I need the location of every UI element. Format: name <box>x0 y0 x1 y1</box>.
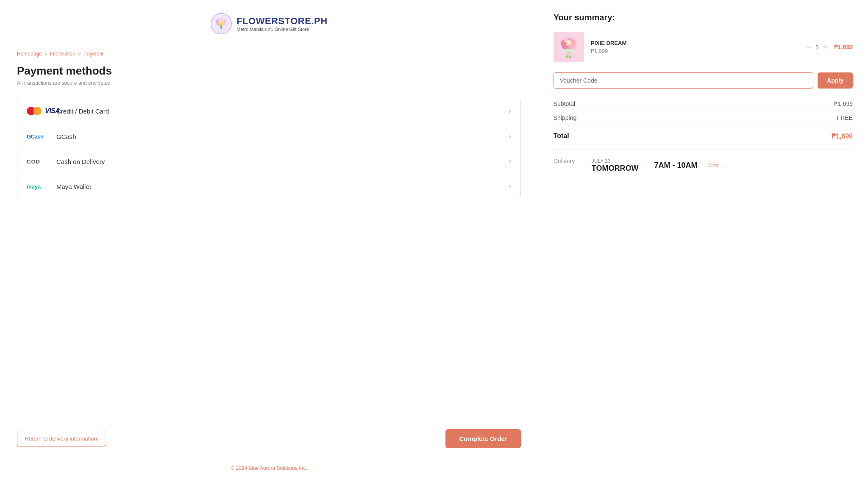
right-panel: Your summary: PIXIE DRE <box>538 0 868 488</box>
logo-area: FLOWERSTORE.PH Metro Manila's #1 Online … <box>17 8 521 39</box>
cod-icon: COD <box>27 158 49 165</box>
product-qty-controls: − 1 + <box>807 43 827 51</box>
credit-debit-icon: VISA <box>27 107 49 115</box>
delivery-date-day: TOMORROW <box>592 164 639 173</box>
qty-decrease-button[interactable]: − <box>807 43 811 51</box>
apply-voucher-button[interactable]: Apply <box>818 72 853 89</box>
logo-icon <box>210 13 232 35</box>
svg-point-12 <box>566 40 571 45</box>
product-row: PIXIE DREAM ₱1,699 − 1 + ₱1,699 <box>554 32 853 62</box>
chevron-right-icon: › <box>509 107 511 115</box>
subtotal-value: ₱1,699 <box>834 100 853 107</box>
delivery-details: JULY 13 TOMORROW 7AM - 10AM Cha... <box>592 158 723 173</box>
svg-point-13 <box>562 42 567 46</box>
total-line: Total ₱1,699 <box>554 127 853 145</box>
visa-logo: VISA <box>27 107 60 115</box>
shipping-line: Shipping FREE <box>554 111 853 125</box>
delivery-label: Delivery <box>554 158 583 164</box>
svg-rect-5 <box>220 25 222 29</box>
cod-label: Cash on Delivery <box>56 158 509 165</box>
return-to-delivery-button[interactable]: Return to delivery information <box>17 431 105 446</box>
left-panel: FLOWERSTORE.PH Metro Manila's #1 Online … <box>0 0 538 488</box>
chevron-right-icon: › <box>509 183 511 190</box>
delivery-section: Delivery JULY 13 TOMORROW 7AM - 10AM Cha… <box>554 150 853 173</box>
product-info: PIXIE DREAM ₱1,699 <box>591 40 800 54</box>
shipping-value: FREE <box>837 114 853 121</box>
delivery-date-col: JULY 13 TOMORROW <box>592 158 639 173</box>
product-price: ₱1,699 <box>591 48 800 54</box>
breadcrumb-payment: Payment <box>83 51 103 57</box>
mc-circle-yellow <box>33 107 42 115</box>
footer-actions: Return to delivery information Complete … <box>17 429 521 448</box>
total-value: ₱1,699 <box>832 132 853 140</box>
gcash-label: GCash <box>56 133 509 140</box>
logo-text-group: FLOWERSTORE.PH Metro Manila's #1 Online … <box>236 16 327 32</box>
cod-logo-text: COD <box>27 158 40 165</box>
gcash-icon: GCash <box>27 133 49 140</box>
summary-title: Your summary: <box>554 13 853 22</box>
subtotal-label: Subtotal <box>554 100 575 107</box>
product-total: ₱1,699 <box>834 44 853 50</box>
chevron-right-icon: › <box>509 158 511 165</box>
breadcrumb: Homepage > Information > Payment <box>17 51 521 57</box>
subtotal-line: Subtotal ₱1,699 <box>554 97 853 111</box>
complete-order-button[interactable]: Complete Order <box>445 429 520 448</box>
page-title: Payment methods <box>17 64 521 78</box>
logo-title: FLOWERSTORE.PH <box>236 16 327 27</box>
payment-item-credit-debit[interactable]: VISA Credit / Debit Card › <box>17 98 520 124</box>
product-image <box>554 32 584 62</box>
delivery-time: 7AM - 10AM <box>654 161 697 170</box>
delivery-date-month: JULY 13 <box>592 158 639 164</box>
total-label: Total <box>554 132 569 140</box>
secure-text: All transactions are secure and encrypte… <box>17 80 521 86</box>
chevron-right-icon: › <box>509 133 511 140</box>
product-name: PIXIE DREAM <box>591 40 800 46</box>
logo-subtitle: Metro Manila's #1 Online Gift Store <box>236 27 327 32</box>
payment-item-maya[interactable]: maya Maya Wallet › <box>17 174 520 199</box>
voucher-input[interactable] <box>554 72 813 89</box>
voucher-row: Apply <box>554 72 853 89</box>
shipping-label: Shipping <box>554 114 577 121</box>
change-delivery-link[interactable]: Cha... <box>708 162 723 169</box>
breadcrumb-homepage[interactable]: Homepage <box>17 51 42 57</box>
svg-point-4 <box>220 22 223 26</box>
breadcrumb-information[interactable]: Information <box>50 51 75 57</box>
payment-item-cod[interactable]: COD Cash on Delivery › <box>17 149 520 174</box>
maya-logo-text: maya <box>27 183 41 190</box>
maya-icon: maya <box>27 183 49 190</box>
credit-debit-label: Credit / Debit Card <box>56 108 509 115</box>
gcash-logo-text: GCash <box>27 133 43 140</box>
footer-copyright: © 2024 Blue Aurora Solutions Inc. <box>17 465 521 471</box>
delivery-divider <box>646 158 646 173</box>
maya-label: Maya Wallet <box>56 183 509 190</box>
svg-point-14 <box>571 42 575 46</box>
payment-item-gcash[interactable]: GCash GCash › <box>17 124 520 149</box>
payment-methods-list: VISA Credit / Debit Card › GCash GCash ›… <box>17 98 521 199</box>
qty-increase-button[interactable]: + <box>823 43 827 51</box>
qty-value: 1 <box>815 44 819 50</box>
